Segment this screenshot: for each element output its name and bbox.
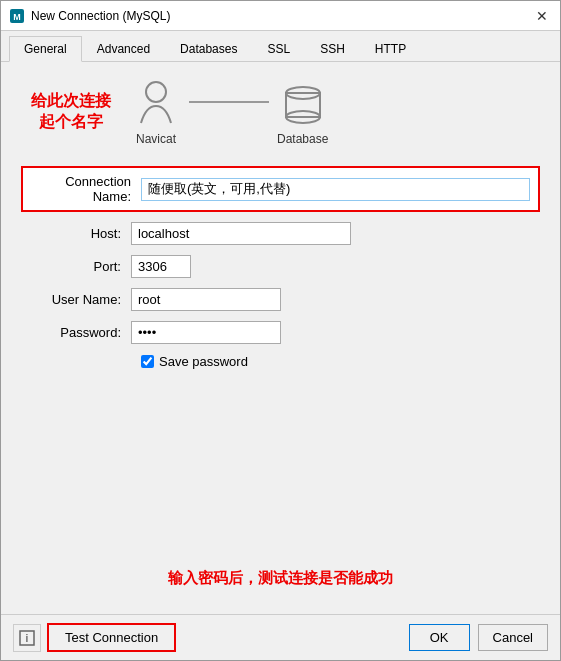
host-label: Host: (21, 226, 131, 241)
footer-right: OK Cancel (409, 624, 548, 651)
username-label: User Name: (21, 292, 131, 307)
username-input[interactable] (131, 288, 281, 311)
app-icon: M (9, 8, 25, 24)
port-input[interactable] (131, 255, 191, 278)
diagram-annotation: 给此次连接起个名字 (31, 91, 111, 133)
save-password-checkbox[interactable] (141, 355, 154, 368)
host-row: Host: (21, 222, 540, 245)
info-icon-button[interactable]: i (13, 624, 41, 652)
password-row: Password: (21, 321, 540, 344)
svg-point-2 (146, 82, 166, 102)
database-icon-group: Database (277, 78, 328, 146)
tab-bar: General Advanced Databases SSL SSH HTTP (1, 31, 560, 62)
tab-databases[interactable]: Databases (165, 36, 252, 62)
host-input[interactable] (131, 222, 351, 245)
test-connection-button[interactable]: Test Connection (47, 623, 176, 652)
username-row: User Name: (21, 288, 540, 311)
connection-name-row: Connection Name: (21, 166, 540, 212)
password-input[interactable] (131, 321, 281, 344)
main-window: M New Connection (MySQL) ✕ General Advan… (0, 0, 561, 661)
navicat-icon-group: Navicat (131, 78, 181, 146)
tab-ssh[interactable]: SSH (305, 36, 360, 62)
diagram-row: 给此次连接起个名字 Navicat (21, 78, 540, 146)
database-cylinder-icon (278, 78, 328, 128)
save-password-row: Save password (141, 354, 540, 369)
main-content: 给此次连接起个名字 Navicat (1, 62, 560, 614)
ok-button[interactable]: OK (409, 624, 470, 651)
password-label: Password: (21, 325, 131, 340)
tab-ssl[interactable]: SSL (252, 36, 305, 62)
connection-name-label: Connection Name: (31, 174, 141, 204)
database-label: Database (277, 132, 328, 146)
tab-http[interactable]: HTTP (360, 36, 421, 62)
connector-line (189, 101, 269, 103)
tab-general[interactable]: General (9, 36, 82, 62)
info-icon: i (19, 630, 35, 646)
bottom-annotation: 输入密码后，测试连接是否能成功 (21, 569, 540, 588)
save-password-label[interactable]: Save password (159, 354, 248, 369)
navicat-person-icon (131, 78, 181, 128)
svg-text:i: i (26, 633, 29, 644)
tab-advanced[interactable]: Advanced (82, 36, 165, 62)
navicat-label: Navicat (136, 132, 176, 146)
connection-name-input[interactable] (141, 178, 530, 201)
footer: i Test Connection OK Cancel (1, 614, 560, 660)
port-row: Port: (21, 255, 540, 278)
svg-text:M: M (13, 12, 21, 22)
cancel-button[interactable]: Cancel (478, 624, 548, 651)
titlebar: M New Connection (MySQL) ✕ (1, 1, 560, 31)
footer-left: i Test Connection (13, 623, 176, 652)
window-title: New Connection (MySQL) (31, 9, 170, 23)
content-spacer (21, 379, 540, 559)
titlebar-left: M New Connection (MySQL) (9, 8, 170, 24)
port-label: Port: (21, 259, 131, 274)
close-button[interactable]: ✕ (532, 6, 552, 26)
diagram-icons: Navicat Database (131, 78, 540, 146)
